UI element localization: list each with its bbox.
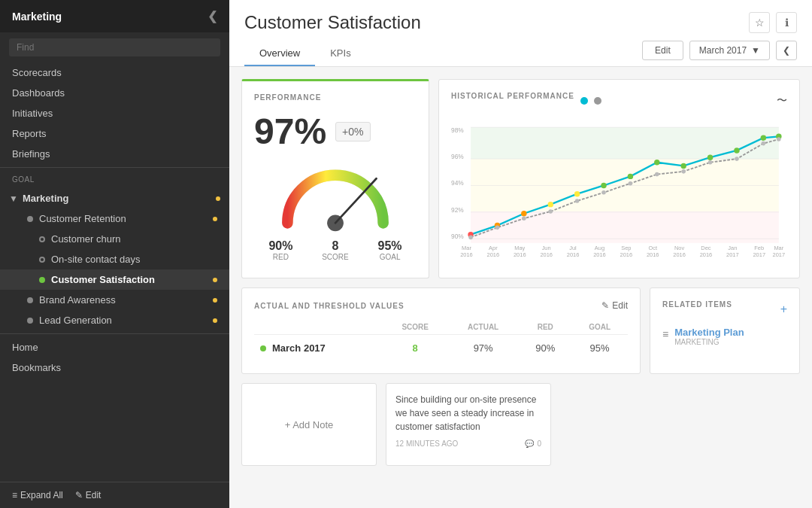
svg-point-33 — [601, 190, 606, 195]
star-btn[interactable]: ☆ — [749, 12, 770, 33]
related-title: RELATED ITEMS — [662, 300, 732, 309]
sidebar-item-customer-satisfaction-label: Customer Satisfaction — [51, 274, 213, 285]
historical-performance-card: HISTORICAL PERFORMANCE 〜 98% 96% 94% 92%… — [438, 79, 800, 278]
historical-chart: 98% 96% 94% 92% 90% — [451, 115, 787, 266]
row-goal-cell: 95% — [571, 335, 628, 362]
gauge-goal-label: 95% GOAL — [378, 239, 402, 261]
svg-point-34 — [629, 181, 633, 186]
performance-card: PERFORMANCE 97% +0% — [241, 79, 429, 278]
sidebar: Marketing ❮ Scorecards Dashboards Initia… — [0, 0, 229, 508]
related-items-card: RELATED ITEMS + ≡ Marketing Plan MARKETI… — [650, 287, 800, 374]
col-goal: GOAL — [571, 320, 628, 335]
brand-awareness-indicator — [213, 298, 217, 303]
svg-point-40 — [777, 137, 781, 141]
threshold-edit-btn[interactable]: ✎ Edit — [601, 300, 628, 311]
sidebar-nav: Scorecards Dashboards Initiatives Report… — [0, 62, 229, 482]
svg-point-35 — [655, 172, 659, 177]
date-selector[interactable]: March 2017 ▼ — [689, 41, 770, 60]
sidebar-footer: ≡ Expand All ✎ Edit — [0, 482, 229, 508]
svg-text:2016: 2016 — [647, 251, 659, 258]
hist-legend-dot-1 — [580, 97, 588, 105]
sidebar-item-lead-generation[interactable]: Lead Generation — [0, 310, 229, 330]
search-input[interactable] — [9, 38, 220, 56]
expand-all-label: Expand All — [20, 490, 63, 500]
svg-point-36 — [681, 169, 686, 174]
lead-generation-dot — [27, 318, 33, 324]
svg-point-23 — [680, 163, 686, 169]
svg-point-30 — [522, 216, 526, 221]
sidebar-item-briefings[interactable]: Briefings — [0, 144, 229, 164]
customer-retention-dot — [27, 216, 33, 222]
sidebar-item-customer-satisfaction[interactable]: Customer Satisfaction — [0, 269, 229, 290]
svg-text:98%: 98% — [451, 126, 464, 134]
col-date — [254, 320, 383, 335]
tab-kpis[interactable]: KPIs — [315, 41, 365, 66]
sidebar-item-customer-churn-label: Customer churn — [51, 233, 217, 245]
threshold-table: SCORE ACTUAL RED GOAL March 2017 — [254, 320, 628, 361]
performance-percent: 97% — [254, 111, 326, 152]
performance-main: 97% +0% — [254, 111, 417, 152]
chart-options-icon[interactable]: 〜 — [777, 94, 787, 108]
onsite-contact-dot — [39, 257, 45, 263]
svg-text:2016: 2016 — [487, 251, 500, 258]
footer-edit-btn[interactable]: ✎ Edit — [75, 490, 102, 500]
svg-rect-8 — [471, 159, 779, 211]
note-comments: 💬 0 — [525, 440, 541, 448]
sidebar-search — [0, 32, 229, 62]
expand-all-btn[interactable]: ≡ Expand All — [12, 490, 63, 500]
marketing-indicator — [216, 196, 220, 201]
sidebar-group-marketing[interactable]: ▼ Marketing — [0, 188, 229, 208]
info-btn[interactable]: ℹ — [776, 12, 797, 33]
content-area: PERFORMANCE 97% +0% — [229, 67, 812, 508]
title-actions: ☆ ℹ — [749, 12, 797, 33]
sidebar-item-customer-churn[interactable]: Customer churn — [0, 229, 229, 249]
sidebar-item-goal-label: GOAL — [0, 171, 229, 188]
svg-rect-7 — [471, 127, 779, 159]
threshold-title: ACTUAL AND THRESHOLD VALUES — [254, 302, 404, 310]
sidebar-item-reports[interactable]: Reports — [0, 123, 229, 144]
svg-text:92%: 92% — [451, 206, 464, 214]
tabs: Overview KPIs — [244, 41, 366, 66]
svg-point-38 — [735, 157, 739, 161]
note-time: 12 MINUTES AGO — [395, 440, 458, 448]
gauge-red-label: 90% RED — [268, 239, 292, 261]
svg-point-32 — [575, 199, 580, 203]
svg-text:2016: 2016 — [567, 251, 580, 258]
sidebar-item-onsite-contact[interactable]: On-site contact days — [0, 249, 229, 269]
sidebar-item-lead-generation-label: Lead Generation — [39, 315, 213, 326]
row-red-cell: 90% — [519, 335, 571, 362]
sidebar-item-brand-awareness[interactable]: Brand Awareness — [0, 290, 229, 310]
edit-button[interactable]: Edit — [642, 41, 683, 60]
tabs-row: Overview KPIs Edit March 2017 ▼ ❮ — [244, 41, 797, 66]
row-date-cell: March 2017 — [254, 335, 383, 361]
related-item-name[interactable]: Marketing Plan — [674, 327, 744, 338]
marketing-expand-icon: ▼ — [9, 193, 20, 204]
sidebar-item-scorecards[interactable]: Scorecards — [0, 62, 229, 83]
sidebar-item-bookmarks[interactable]: Bookmarks — [0, 357, 229, 378]
add-related-btn[interactable]: + — [780, 303, 787, 316]
related-header: RELATED ITEMS + — [662, 300, 787, 318]
sidebar-item-home[interactable]: Home — [0, 337, 229, 357]
svg-point-26 — [761, 135, 766, 140]
gauge — [268, 158, 403, 233]
svg-text:2016: 2016 — [593, 251, 606, 258]
row-actual-cell: 97% — [447, 335, 519, 362]
sidebar-item-initiatives[interactable]: Initiatives — [0, 103, 229, 123]
related-item: ≡ Marketing Plan MARKETING — [662, 327, 787, 346]
svg-point-17 — [521, 211, 526, 216]
svg-text:2016: 2016 — [540, 251, 553, 258]
tab-overview[interactable]: Overview — [244, 41, 315, 66]
sidebar-item-dashboards[interactable]: Dashboards — [0, 83, 229, 103]
gauge-svg — [268, 158, 403, 233]
note-card: Since building our on-site presence we h… — [386, 383, 551, 466]
svg-text:2016: 2016 — [460, 251, 473, 258]
svg-point-29 — [495, 226, 500, 230]
sidebar-collapse-btn[interactable]: ❮ — [208, 9, 217, 23]
note-text: Since building our on-site presence we h… — [395, 393, 541, 433]
add-note-btn[interactable]: + Add Note — [241, 383, 377, 466]
svg-point-37 — [708, 160, 713, 165]
main-content: Customer Satisfaction ☆ ℹ Overview KPIs … — [229, 0, 812, 508]
sidebar-item-customer-retention[interactable]: Customer Retention — [0, 208, 229, 229]
lead-generation-indicator — [213, 318, 217, 323]
prev-period-btn[interactable]: ❮ — [776, 41, 797, 60]
